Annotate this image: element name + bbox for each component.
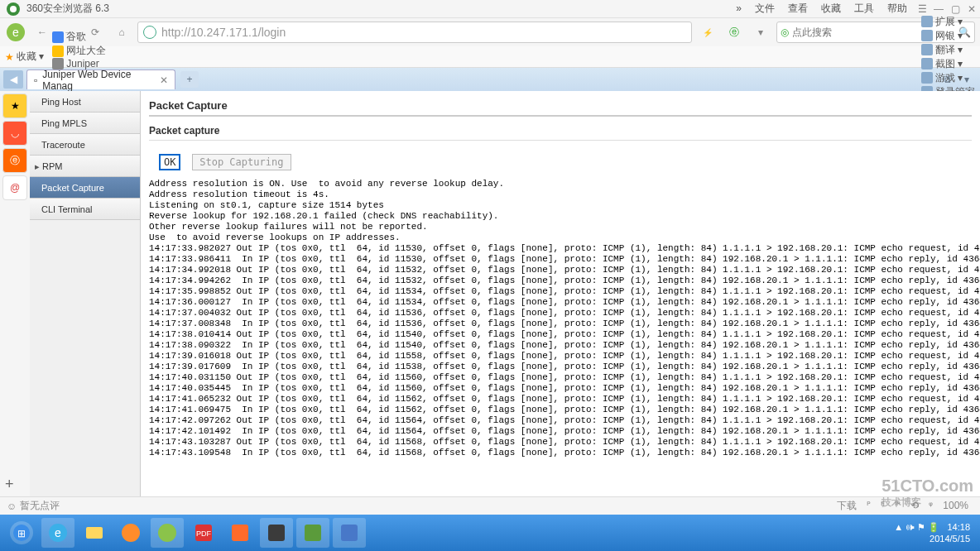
search-provider-icon: ◎ bbox=[781, 26, 789, 38]
navbar: e ← → ⟳ ⌂ ⚡ ⓔ ▾ ◎ 🔍 bbox=[0, 18, 980, 46]
favorites-button[interactable]: ★收藏 ▾ bbox=[5, 50, 44, 64]
browser-logo2-icon: e bbox=[5, 22, 26, 43]
status-item-3[interactable]: ᴵᴾ bbox=[895, 500, 901, 511]
status-item-6[interactable]: 100% bbox=[943, 500, 968, 511]
svg-rect-16 bbox=[305, 525, 321, 541]
mail-app-icon[interactable]: @ bbox=[2, 175, 27, 200]
home-button[interactable]: ⌂ bbox=[111, 22, 132, 43]
bookmark-bar: ★收藏 ▾ 谷歌 网址大全 Juniper 520礼物 扩展 ▾ 网银 ▾ 翻译… bbox=[0, 46, 980, 68]
new-tab-button[interactable]: + bbox=[180, 71, 199, 88]
svg-point-10 bbox=[122, 524, 140, 542]
ok-button[interactable]: OK bbox=[159, 154, 180, 170]
taskbar-pdf-icon[interactable]: PDF bbox=[187, 518, 220, 548]
nav-panel: Ping HostPing MPLSTracerouteRPMPacket Ca… bbox=[30, 91, 141, 496]
menu-item-0[interactable]: » bbox=[736, 2, 742, 14]
status-item-4[interactable]: ⟲ bbox=[910, 500, 919, 511]
svg-text:e: e bbox=[12, 26, 19, 39]
taskbar-explorer-icon[interactable] bbox=[78, 518, 111, 548]
svg-point-11 bbox=[158, 524, 176, 542]
svg-rect-15 bbox=[268, 525, 285, 541]
content: Ping HostPing MPLSTracerouteRPMPacket Ca… bbox=[30, 91, 980, 496]
tab-close-icon[interactable]: ✕ bbox=[160, 74, 168, 86]
tab-menu-icon[interactable]: ▾ bbox=[957, 70, 977, 89]
ie-mode-icon[interactable]: ⓔ bbox=[723, 22, 745, 43]
taskbar-360-icon[interactable] bbox=[151, 518, 184, 548]
sidebar-left: ★ ◡ ⓔ @ + bbox=[0, 91, 30, 496]
svg-rect-14 bbox=[232, 525, 248, 541]
taskbar: ⊞ e PDF ▲ 🕪 ⚑ 🔋 14:18 2014/5/15 bbox=[0, 515, 980, 551]
nav-item-ping host[interactable]: Ping Host bbox=[30, 91, 140, 113]
svg-rect-9 bbox=[86, 527, 103, 539]
nav-item-rpm[interactable]: RPM bbox=[30, 156, 140, 177]
url-bar[interactable] bbox=[137, 22, 692, 43]
status-item-5[interactable]: ᵠ bbox=[929, 500, 933, 511]
settings-icon[interactable]: ☰ bbox=[914, 3, 930, 15]
main-panel: Packet Capture Packet capture OK Stop Ca… bbox=[141, 91, 980, 496]
nav-item-traceroute[interactable]: Traceroute bbox=[30, 134, 140, 156]
browser-title: 360安全浏览器 6.3 bbox=[26, 2, 109, 16]
maximize-icon[interactable]: ▢ bbox=[947, 3, 963, 15]
browser-menu: »文件查看收藏工具帮助 bbox=[729, 2, 914, 16]
bookmark-1[interactable]: 网址大全 bbox=[52, 44, 106, 58]
taskbar-secure-icon[interactable] bbox=[296, 518, 329, 548]
status-comment-icon[interactable]: ☺ bbox=[7, 501, 17, 512]
button-row: OK Stop Capturing bbox=[159, 154, 972, 170]
menu-item-3[interactable]: 收藏 bbox=[821, 2, 841, 14]
svg-rect-17 bbox=[341, 525, 358, 541]
globe-icon bbox=[143, 26, 156, 39]
dropdown-icon[interactable]: ▾ bbox=[750, 22, 771, 43]
status-item-1[interactable]: ᴾ bbox=[867, 500, 871, 511]
tab-bar: ◀ ▫ Juniper Web Device Manag ✕ + ⧉ ▾ bbox=[0, 68, 980, 91]
nav-item-packet capture[interactable]: Packet Capture bbox=[30, 177, 140, 199]
minimize-icon[interactable]: — bbox=[930, 3, 947, 15]
svg-text:e: e bbox=[55, 526, 61, 539]
add-app-button[interactable]: + bbox=[5, 476, 14, 493]
compat-icon[interactable]: ⚡ bbox=[697, 22, 718, 43]
tab-favicon-icon: ▫ bbox=[34, 74, 37, 86]
page-subtitle: Packet capture bbox=[149, 122, 972, 141]
taskbar-ie-icon[interactable]: e bbox=[41, 518, 74, 548]
menu-item-4[interactable]: 工具 bbox=[854, 2, 874, 14]
status-item-2[interactable]: ᴱ bbox=[881, 500, 885, 511]
back-button[interactable]: ← bbox=[31, 22, 53, 43]
url-input[interactable] bbox=[161, 26, 686, 39]
taskbar-vm-icon[interactable] bbox=[333, 518, 366, 548]
tool-0[interactable]: 扩展 ▾ bbox=[921, 15, 975, 29]
tab-back-button[interactable]: ◀ bbox=[3, 70, 23, 89]
titlebar: 360安全浏览器 6.3 »文件查看收藏工具帮助 ☰ — ▢ ✕ bbox=[0, 0, 980, 18]
tool-1[interactable]: 网银 ▾ bbox=[921, 29, 975, 43]
svg-point-1 bbox=[10, 6, 17, 12]
fav-app-icon[interactable]: ★ bbox=[2, 93, 27, 118]
shop-app-icon[interactable]: ◡ bbox=[2, 121, 27, 146]
tab-active[interactable]: ▫ Juniper Web Device Manag ✕ bbox=[26, 69, 175, 89]
stop-capturing-button[interactable]: Stop Capturing bbox=[192, 154, 291, 170]
status-left: 暂无点评 bbox=[20, 499, 60, 513]
status-bar: ☺ 暂无点评 下载ᴾᴱᴵᴾ⟲ᵠ100% bbox=[0, 496, 980, 515]
menu-item-2[interactable]: 查看 bbox=[788, 2, 808, 14]
bookmark-0[interactable]: 谷歌 bbox=[52, 30, 106, 44]
page-title: Packet Capture bbox=[149, 96, 972, 117]
tool-2[interactable]: 翻译 ▾ bbox=[921, 43, 975, 57]
weibo-app-icon[interactable]: ⓔ bbox=[2, 148, 27, 173]
tool-3[interactable]: 截图 ▾ bbox=[921, 57, 975, 71]
restore-tab-icon[interactable]: ⧉ bbox=[937, 70, 957, 89]
system-tray[interactable]: ▲ 🕪 ⚑ 🔋 14:18 2014/5/15 bbox=[894, 521, 977, 544]
start-button[interactable]: ⊞ bbox=[5, 518, 38, 548]
taskbar-shop-icon[interactable] bbox=[223, 518, 257, 548]
taskbar-firefox-icon[interactable] bbox=[114, 518, 147, 548]
tab-title: Juniper Web Device Manag bbox=[42, 69, 155, 92]
menu-item-5[interactable]: 帮助 bbox=[887, 2, 907, 14]
svg-text:PDF: PDF bbox=[196, 529, 212, 538]
browser-logo-icon bbox=[5, 1, 22, 17]
nav-item-ping mpls[interactable]: Ping MPLS bbox=[30, 113, 140, 134]
status-item-0[interactable]: 下载 bbox=[837, 500, 857, 511]
taskbar-net-icon[interactable] bbox=[260, 518, 293, 548]
menu-item-1[interactable]: 文件 bbox=[755, 2, 775, 14]
capture-log: Address resolution is ON. Use to avoid a… bbox=[149, 179, 972, 458]
close-icon[interactable]: ✕ bbox=[963, 3, 980, 15]
nav-item-cli terminal[interactable]: CLI Terminal bbox=[30, 199, 140, 220]
svg-text:⊞: ⊞ bbox=[17, 528, 26, 539]
